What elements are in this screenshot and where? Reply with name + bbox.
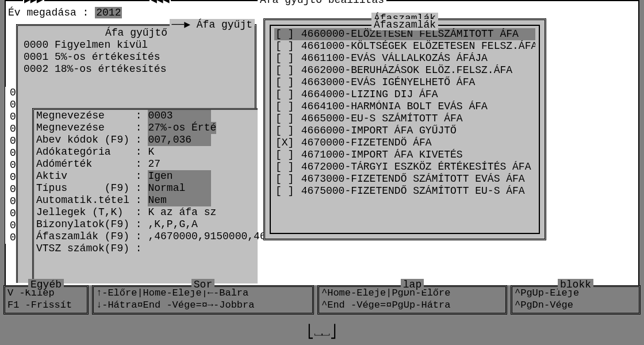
form-row: Abev kódok (F9) : 007,036 — [34, 134, 258, 146]
form-value[interactable]: 007,036 — [148, 134, 211, 146]
account-label: 4664100-HARMÓNIA BOLT EVÁS ÁFA — [295, 101, 488, 112]
popup-list[interactable]: [ ] 4660000-ELÖZETESEN FELSZÁMITOTT ÁFA[… — [271, 26, 539, 200]
help-group-sor: Sor ↑-Előre|Home-Eleje|←-Balra ↓-Hátra¤E… — [92, 285, 314, 315]
left-index-item: 0 — [5, 232, 16, 244]
checkbox-icon[interactable]: [ ] — [275, 89, 295, 101]
form-row: Típus (F9) : Normal — [34, 182, 258, 194]
left-index-item: 0 — [5, 159, 16, 171]
checkbox-icon[interactable]: [X] — [275, 137, 295, 149]
account-label: 4661100-EVÁS VÁLLALKOZÁS ÁFÁJA — [295, 52, 488, 64]
form-value[interactable]: 0003 — [148, 110, 211, 122]
form-row: Adómérték : 27 — [34, 158, 258, 170]
account-label: 4672000-TÁRGYI ESZKÖZ ÉRTÉKESÍTÉS ÁFA — [295, 161, 531, 172]
account-list-item[interactable]: [ ] 4675000-FIZETENDŐ SZÁMÍTOTT EU-S ÁFA — [274, 185, 535, 197]
account-label: 4664000-LIZING DIJ ÁFA — [295, 89, 438, 100]
account-list-item[interactable]: [ ] 4663000-EVÁS IGÉNYELHETŐ ÁFA — [274, 76, 535, 89]
checkbox-icon[interactable]: [ ] — [275, 173, 295, 185]
form-label: Adókategória : — [36, 146, 148, 158]
form-label: Megnevezése : — [36, 110, 148, 121]
year-input[interactable]: 2012 — [95, 7, 122, 18]
account-list-item[interactable]: [ ] 4665000-EU-S SZÁMÍTOTT ÁFA — [274, 113, 535, 125]
form-label: Bizonylatok(F9) : — [36, 218, 148, 230]
afa-gyujto-item[interactable]: 0000 Figyelmen kívül — [24, 39, 249, 51]
help-line: ^PgDn-Vége — [515, 299, 637, 311]
account-list-item[interactable]: [ ] 4672000-TÁRGYI ESZKÖZ ÉRTÉKESÍTÉS ÁF… — [274, 161, 535, 173]
account-list-item[interactable]: [ ] 4662000-BERUHÁZÁSOK ELÖZ.FELSZ.ÁFA — [274, 64, 535, 76]
left-index-item: 0 — [5, 208, 16, 220]
popup-inner: Áfaszamlák [ ] 4660000-ELÖZETESEN FELSZÁ… — [270, 25, 540, 234]
checkbox-icon[interactable]: [ ] — [275, 125, 295, 137]
afa-gyujto-item[interactable]: 0002 18%-os értékesítés — [24, 63, 249, 75]
form-value[interactable]: 27 — [148, 158, 160, 170]
help-group-lap: lap ^Home-Eleje|PgDn-Előre ^End -Vége=¤P… — [317, 285, 507, 315]
checkbox-icon[interactable]: [ ] — [275, 64, 295, 76]
afaszamlak-popup: Áfaszamlák Áfaszamlák [ ] 4660000-ELÖZET… — [263, 18, 546, 240]
account-label: 4661000-KÖLTSÉGEK ELÖZETESEN FELSZ.ÁFA — [295, 40, 535, 52]
form-label: Jellegek (T,K) : — [36, 206, 148, 218]
account-label: 4662000-BERUHÁZÁSOK ELÖZ.FELSZ.ÁFA — [295, 64, 512, 76]
form-value[interactable]: ,K,P,G,A — [148, 218, 197, 230]
account-list-item[interactable]: [ ] 4673000-FIZETENDŐ SZÁMÍTOTT EVÁS ÁFA — [274, 173, 535, 185]
checkbox-icon[interactable]: [ ] — [275, 40, 295, 52]
help-line: ↓-Hátra¤End -Vége=¤→-Jobbra — [96, 299, 310, 311]
form-row: Aktiv : Igen — [34, 170, 258, 182]
left-index-item: 0 — [5, 87, 16, 99]
account-label: 4675000-FIZETENDŐ SZÁMÍTOTT EU-S ÁFA — [295, 185, 525, 197]
account-list-item[interactable]: [X] 4670000-FIZETENDÖ ÁFA — [274, 137, 535, 149]
account-label: 4666000-IMPORT ÁFA GYŰJTŐ — [295, 125, 457, 136]
popup-title-inner: Áfaszamlák — [271, 19, 539, 31]
account-list-item[interactable]: [ ] 4664000-LIZING DIJ ÁFA — [274, 89, 535, 101]
left-index-item: 0 — [5, 111, 16, 123]
afa-gyujto-item[interactable]: 0001 5%-os értékesítés — [24, 51, 249, 63]
left-index-item: 0 — [5, 171, 16, 183]
form-label: Abev kódok (F9) : — [36, 134, 148, 145]
account-label: 4665000-EU-S SZÁMÍTOTT ÁFA — [295, 113, 463, 124]
help-line: ^End -Vége=¤PgUp-Hátra — [321, 299, 503, 311]
account-list-item[interactable]: [ ] 4661000-KÖLTSÉGEK ELÖZETESEN FELSZ.Á… — [274, 40, 535, 52]
left-index-item: 0 — [5, 99, 16, 111]
form-row: Megnevezése : 27%-os Érté — [34, 122, 258, 134]
help-group-blokk: blokk ^PgUp-Eleje ^PgDn-Vége — [511, 285, 641, 315]
form-value[interactable]: Igen — [148, 170, 211, 182]
account-list-item[interactable]: [ ] 4666000-IMPORT ÁFA GYŰJTŐ — [274, 125, 535, 137]
form-row: Bizonylatok(F9) : ,K,P,G,A — [34, 218, 258, 231]
left-index-item: 0 — [5, 183, 16, 195]
form-label: Aktiv : — [36, 170, 148, 182]
checkbox-icon[interactable]: [ ] — [275, 149, 295, 161]
checkbox-icon[interactable]: [ ] — [275, 113, 295, 125]
form-label: Adómérték : — [36, 158, 148, 170]
form-value[interactable]: 27%-os Érté — [148, 122, 216, 134]
help-line: F1 -Frissít — [7, 299, 85, 311]
left-index-item: 0 — [5, 135, 16, 147]
account-label: 4671000-IMPORT ÁFA KIVETÉS — [295, 149, 463, 160]
help-title: Egyéb — [28, 279, 64, 290]
form-row: Automatik.tétel : Nem — [34, 194, 258, 206]
checkbox-icon[interactable]: [ ] — [275, 161, 295, 173]
form-value[interactable]: Normal — [148, 182, 211, 194]
help-title: Sor — [191, 279, 214, 290]
account-list-item[interactable]: [ ] 4671000-IMPORT ÁFA KIVETÉS — [274, 149, 535, 161]
checkbox-icon[interactable]: [ ] — [275, 76, 295, 89]
account-list-item[interactable]: [ ] 4661100-EVÁS VÁLLALKOZÁS ÁFÁJA — [274, 52, 535, 64]
left-index-item: 0 — [5, 220, 16, 232]
account-label: 4670000-FIZETENDÖ ÁFA — [295, 137, 432, 148]
year-row: Év megadása : 2012 — [8, 7, 122, 19]
form-row: VTSZ számok(F9) : — [34, 243, 258, 255]
form-label: Megnevezése : — [36, 122, 148, 133]
account-list-item[interactable]: [ ] 4664100-HARMÓNIA BOLT EVÁS ÁFA — [274, 101, 535, 113]
year-label: Év megadása : — [8, 7, 89, 18]
form-label: Automatik.tétel : — [36, 194, 148, 206]
form-value[interactable]: K az áfa sz — [148, 206, 216, 218]
form-label: VTSZ számok(F9) : — [36, 243, 148, 254]
checkbox-icon[interactable]: [ ] — [275, 185, 295, 197]
form-value[interactable]: Nem — [148, 194, 211, 206]
help-bar: Egyéb V -Kilép F1 -Frissít Sor ↑-Előre|H… — [0, 285, 644, 320]
afa-gyujto-list[interactable]: 0000 Figyelmen kívül0001 5%-os értékesít… — [18, 39, 255, 75]
left-index-item: 0 — [5, 123, 16, 135]
checkbox-icon[interactable]: [ ] — [275, 101, 295, 113]
help-title: blokk — [558, 279, 593, 290]
left-index-item: 0 — [5, 147, 16, 159]
checkbox-icon[interactable]: [ ] — [275, 52, 295, 64]
form-label: Típus (F9) : — [36, 182, 148, 194]
form-value[interactable]: K — [148, 146, 154, 158]
